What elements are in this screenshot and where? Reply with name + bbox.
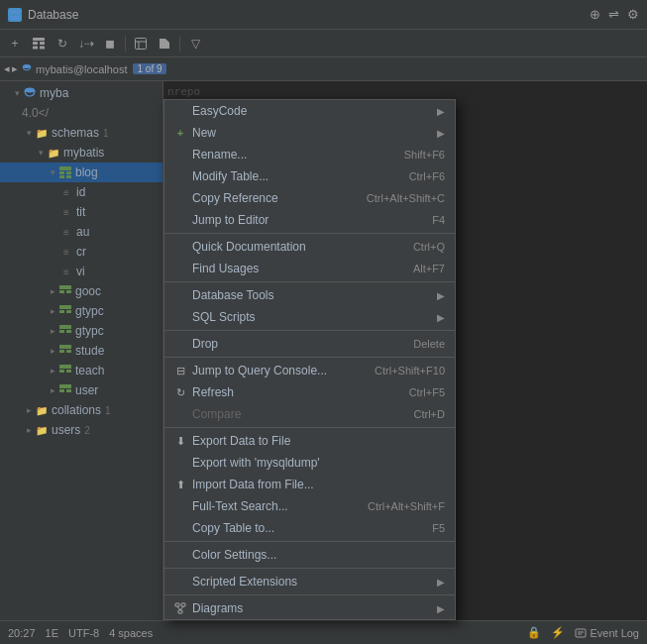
toolbar-separator-1: [125, 36, 126, 52]
tree-label: tit: [76, 205, 85, 219]
add-button[interactable]: +: [4, 33, 26, 54]
svg-rect-4: [40, 42, 45, 45]
breadcrumb-arrow-left[interactable]: ◂: [4, 62, 10, 75]
svg-rect-40: [576, 629, 586, 637]
breadcrumb-arrow-right[interactable]: ▸: [12, 62, 18, 75]
tree-label: cr: [76, 245, 86, 259]
sync-button[interactable]: ↓⇢: [75, 33, 97, 54]
ctx-easycode[interactable]: EasyCode ▶: [164, 100, 455, 122]
status-time: 20:27: [8, 627, 36, 639]
ctx-find-usages[interactable]: Find Usages Alt+F7: [164, 258, 455, 279]
db-icon: [23, 86, 37, 100]
tree-label: blog: [75, 165, 98, 179]
ctx-import-file[interactable]: ⬆ Import Data from File...: [164, 474, 455, 495]
event-log[interactable]: Event Log: [575, 627, 639, 639]
ctx-sep-5: [164, 427, 455, 428]
tree-item-view-col[interactable]: ≡ vi: [0, 262, 162, 281]
ctx-quick-doc[interactable]: Quick Documentation Ctrl+Q: [164, 236, 455, 258]
sync-icon[interactable]: ⇌: [608, 7, 619, 22]
tree-item-title-col[interactable]: ≡ tit: [0, 202, 162, 222]
ctx-scripted-extensions[interactable]: Scripted Extensions ▶: [164, 571, 455, 592]
svg-rect-6: [40, 46, 45, 49]
filter-button[interactable]: ▽: [184, 33, 206, 54]
tree-item-student[interactable]: ▸ stude: [0, 341, 162, 361]
svg-point-10: [23, 64, 31, 68]
ctx-color-settings[interactable]: Color Settings...: [164, 544, 455, 566]
status-encoding: UTF-8: [68, 627, 99, 639]
import-icon: ⬆: [172, 479, 188, 491]
database-tree: ▾ myba 4.0</ ▾ 📁 schemas 1: [0, 81, 162, 644]
tree-item-user[interactable]: ▸ user: [0, 380, 162, 400]
tree-item-mybatis-host[interactable]: ▾ myba: [0, 83, 162, 103]
globe-icon[interactable]: ⊕: [590, 7, 600, 22]
ctx-export-mysqldump[interactable]: Export with 'mysqldump': [164, 452, 455, 474]
tree-label: user: [75, 383, 98, 397]
ctx-rename[interactable]: Rename... Shift+F6: [164, 144, 455, 165]
tree-item-users[interactable]: ▸ 📁 users 2: [0, 420, 162, 440]
tree-item-author-col[interactable]: ≡ au: [0, 222, 162, 242]
svg-rect-7: [136, 38, 147, 49]
table-icon: [58, 165, 72, 179]
tree-label: stude: [75, 344, 104, 358]
tree-label: gtypc: [75, 304, 104, 318]
breadcrumb-text: mybatis@localhost: [36, 63, 127, 75]
ctx-jump-editor[interactable]: Jump to Editor F4: [164, 209, 455, 231]
svg-rect-26: [59, 345, 71, 349]
svg-rect-28: [66, 350, 71, 353]
breadcrumb-badge: 1 of 9: [133, 63, 165, 74]
settings-icon[interactable]: ⚙: [627, 7, 639, 22]
table-icon: [58, 383, 72, 397]
refresh-button[interactable]: ↻: [52, 33, 73, 54]
expand-arrow: ▾: [12, 88, 22, 98]
svg-rect-13: [59, 171, 64, 174]
folder-icon: 📁: [35, 423, 49, 437]
tree-label-version: 4.0</: [12, 106, 49, 120]
gtype2-arrow: ▸: [48, 326, 57, 336]
svg-rect-12: [59, 166, 71, 170]
ctx-modify-table[interactable]: Modify Table... Ctrl+F6: [164, 165, 455, 187]
ctx-jump-query[interactable]: ⊟ Jump to Query Console... Ctrl+Shift+F1…: [164, 360, 455, 381]
col-icon: ≡: [59, 205, 73, 219]
ctx-copy-reference[interactable]: Copy Reference Ctrl+Alt+Shift+C: [164, 187, 455, 209]
stop-button[interactable]: ◼: [99, 33, 121, 54]
ctx-db-tools[interactable]: Database Tools ▶: [164, 284, 455, 306]
svg-rect-24: [59, 330, 64, 333]
ctx-fulltext-search[interactable]: Full-Text Search... Ctrl+Alt+Shift+F: [164, 495, 455, 517]
status-spaces: 4 spaces: [109, 627, 153, 639]
tree-item-version[interactable]: 4.0</: [0, 103, 162, 123]
ctx-sep-3: [164, 330, 455, 331]
tree-item-schemas[interactable]: ▾ 📁 schemas 1: [0, 123, 162, 143]
users-arrow: ▸: [24, 425, 34, 435]
tree-label: vi: [76, 265, 85, 278]
lock-icon: 🔒: [527, 626, 541, 639]
tree-item-created-col[interactable]: ≡ cr: [0, 242, 162, 262]
ctx-drop[interactable]: Drop Delete: [164, 333, 455, 355]
left-panel: ▾ myba 4.0</ ▾ 📁 schemas 1: [0, 81, 163, 644]
ctx-copy-table[interactable]: Copy Table to... F5: [164, 517, 455, 539]
schema-folder-icon: 📁: [47, 146, 60, 160]
tree-item-blog[interactable]: ▾ blog: [0, 162, 162, 182]
gtype1-arrow: ▸: [48, 306, 57, 316]
ctx-export-file[interactable]: ⬇ Export Data to File: [164, 430, 455, 452]
tree-item-collations[interactable]: ▸ 📁 collations 1: [0, 400, 162, 420]
ctx-refresh[interactable]: ↻ Refresh Ctrl+F5: [164, 381, 455, 403]
status-bar: 20:27 1E UTF-8 4 spaces 🔒 ⚡ Event Log: [0, 620, 647, 644]
ctx-new[interactable]: + New ▶: [164, 122, 455, 144]
edit-table-button[interactable]: [130, 33, 152, 54]
ctx-sql-scripts[interactable]: SQL Scripts ▶: [164, 306, 455, 328]
table-button[interactable]: [28, 33, 50, 54]
tree-item-teacher[interactable]: ▸ teach: [0, 361, 162, 380]
query-button[interactable]: [154, 33, 175, 54]
svg-rect-36: [181, 603, 185, 606]
teacher-arrow: ▸: [48, 366, 57, 376]
svg-rect-27: [59, 350, 64, 353]
svg-rect-5: [33, 46, 38, 49]
tree-item-gtype2[interactable]: ▸ gtypc: [0, 321, 162, 341]
tree-item-gtype1[interactable]: ▸ gtypc: [0, 301, 162, 321]
svg-rect-22: [66, 310, 71, 313]
tree-item-mybatis-schema[interactable]: ▾ 📁 mybatis: [0, 143, 162, 162]
tree-item-id-col[interactable]: ≡ id: [0, 182, 162, 202]
folder-icon: 📁: [35, 403, 49, 417]
ctx-diagrams[interactable]: Diagrams ▶: [164, 597, 455, 619]
tree-item-good[interactable]: ▸ gooc: [0, 281, 162, 301]
